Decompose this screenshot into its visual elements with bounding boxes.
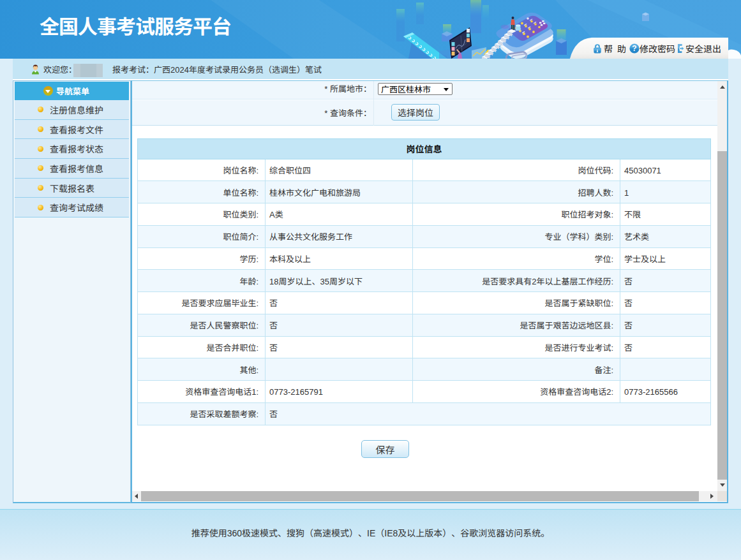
svg-text:?: ? (632, 44, 636, 53)
